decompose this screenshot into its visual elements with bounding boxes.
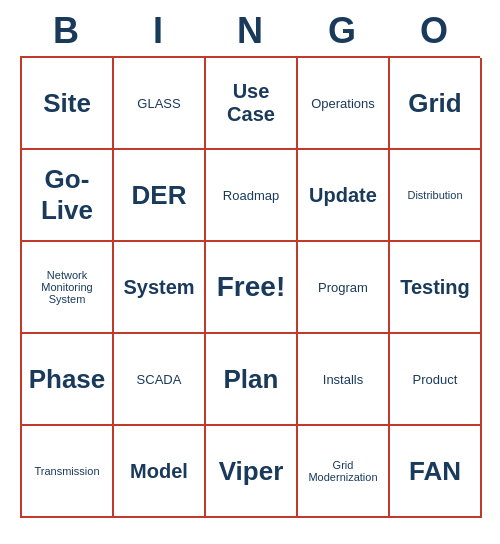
bingo-cell-21[interactable]: Model (114, 426, 206, 518)
header-letter-o: O (390, 10, 478, 52)
bingo-cell-0[interactable]: Site (22, 58, 114, 150)
bingo-cell-14[interactable]: Testing (390, 242, 482, 334)
bingo-grid: SiteGLASSUse CaseOperationsGridGo-LiveDE… (20, 56, 480, 518)
bingo-cell-13[interactable]: Program (298, 242, 390, 334)
header-letter-b: B (22, 10, 110, 52)
bingo-cell-20[interactable]: Transmission (22, 426, 114, 518)
bingo-cell-7[interactable]: Roadmap (206, 150, 298, 242)
bingo-cell-10[interactable]: Network Monitoring System (22, 242, 114, 334)
bingo-cell-12[interactable]: Free! (206, 242, 298, 334)
bingo-cell-5[interactable]: Go-Live (22, 150, 114, 242)
header-letter-g: G (298, 10, 386, 52)
bingo-cell-23[interactable]: Grid Modernization (298, 426, 390, 518)
bingo-cell-19[interactable]: Product (390, 334, 482, 426)
bingo-cell-22[interactable]: Viper (206, 426, 298, 518)
bingo-cell-24[interactable]: FAN (390, 426, 482, 518)
bingo-cell-18[interactable]: Installs (298, 334, 390, 426)
bingo-cell-6[interactable]: DER (114, 150, 206, 242)
bingo-cell-3[interactable]: Operations (298, 58, 390, 150)
bingo-cell-15[interactable]: Phase (22, 334, 114, 426)
bingo-cell-1[interactable]: GLASS (114, 58, 206, 150)
bingo-cell-16[interactable]: SCADA (114, 334, 206, 426)
header-letter-n: N (206, 10, 294, 52)
bingo-header: BINGO (20, 10, 480, 52)
bingo-cell-8[interactable]: Update (298, 150, 390, 242)
bingo-cell-9[interactable]: Distribution (390, 150, 482, 242)
header-letter-i: I (114, 10, 202, 52)
bingo-cell-4[interactable]: Grid (390, 58, 482, 150)
bingo-cell-11[interactable]: System (114, 242, 206, 334)
bingo-cell-17[interactable]: Plan (206, 334, 298, 426)
bingo-cell-2[interactable]: Use Case (206, 58, 298, 150)
